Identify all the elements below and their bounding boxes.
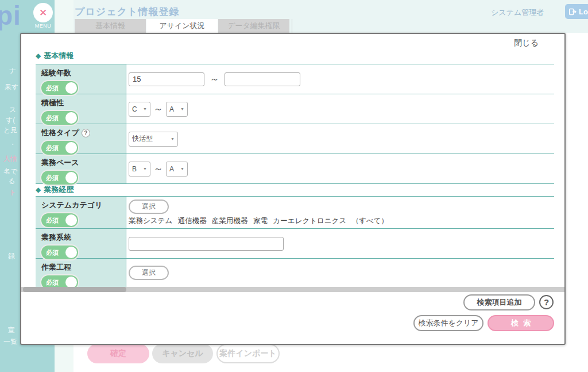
section-basic-label: 基本情報: [44, 51, 74, 61]
menu-label: MENU: [32, 23, 54, 29]
row-content-cell: C ▼ ～ A ▼: [126, 94, 554, 124]
user-role-label: システム管理者: [491, 7, 544, 18]
chevron-down-icon: ▼: [143, 107, 147, 111]
required-toggle[interactable]: 必須: [41, 141, 78, 155]
search-condition-modal: 閉じる ◆ 基本情報 経験年数 必須 ～ 積極性 必: [20, 33, 566, 345]
row-label: 積極性: [41, 98, 64, 108]
sidebar-text-fragment: 名で: [3, 167, 17, 177]
required-toggle[interactable]: 必須: [41, 81, 78, 95]
row-content-cell: 選択 業務システム 通信機器 産業用機器 家電 カーエレクトロニクス （すべて）: [126, 197, 554, 228]
import-button[interactable]: 案件インポート: [216, 344, 280, 363]
range-separator: ～: [210, 72, 219, 86]
range-separator: ～: [153, 162, 163, 175]
row-label-cell: 業務系統 必須: [36, 229, 126, 258]
help-icon[interactable]: ?: [82, 129, 90, 137]
sidebar-text-fragment: 人情: [3, 154, 17, 164]
system-category-select-button[interactable]: 選択: [129, 200, 169, 214]
chevron-down-icon: ▼: [180, 107, 184, 111]
confirm-button[interactable]: 確定: [87, 344, 149, 363]
toggle-knob: [65, 82, 77, 94]
chevron-down-icon: ▼: [143, 167, 147, 171]
close-icon: ✕: [39, 7, 47, 19]
toggle-knob: [65, 214, 77, 226]
personality-select[interactable]: 快活型 ▼: [129, 132, 178, 147]
work-pace-from-select[interactable]: B ▼: [129, 162, 150, 177]
sidebar-text-fragment: ト: [9, 187, 16, 197]
table-row-proactivity: 積極性 必須 C ▼ ～ A ▼: [36, 94, 554, 124]
menu-toggle-button[interactable]: ✕ MENU: [32, 3, 54, 29]
diamond-icon: ◆: [36, 52, 41, 60]
row-label: 業務ペース: [41, 158, 79, 168]
table-row-experience: 経験年数 必須 ～: [36, 64, 554, 94]
required-toggle[interactable]: 必須: [41, 213, 78, 227]
row-label: システムカテゴリ: [41, 200, 102, 210]
basic-info-table: 経験年数 必須 ～ 積極性 必須: [36, 64, 554, 184]
system-category-selected-values: 業務システム 通信機器 産業用機器 家電 カーエレクトロニクス （すべて）: [129, 216, 388, 226]
add-search-item-button[interactable]: 検索項目追加: [463, 294, 535, 310]
experience-from-input[interactable]: [129, 72, 204, 86]
app-logo: pi: [0, 0, 21, 31]
tab-data-edit-permission[interactable]: データ編集権限: [218, 19, 289, 33]
table-row-work-pace: 業務ペース 必須 B ▼ ～ A ▼: [36, 154, 554, 184]
page-title: プロジェクト情報登録: [75, 5, 179, 18]
search-button[interactable]: 検索: [488, 315, 554, 331]
row-content-cell: B ▼ ～ A ▼: [126, 154, 554, 184]
table-row-personality: 性格タイプ ? 必須 快活型 ▼: [36, 124, 554, 154]
work-process-select-button[interactable]: 選択: [129, 266, 169, 280]
row-label-cell: 性格タイプ ? 必須: [36, 124, 126, 154]
table-row-system-category: システムカテゴリ 必須 選択 業務システム 通信機器 産業用機器 家電 カーエレ…: [36, 197, 554, 229]
toggle-knob: [65, 112, 77, 124]
sidebar-text-fragment: 録: [8, 251, 15, 261]
row-label-cell: 業務ペース 必須: [36, 154, 126, 184]
table-row-business-line: 業務系統 必須: [36, 229, 554, 259]
range-separator: ～: [153, 102, 163, 116]
row-label: 性格タイプ: [41, 128, 79, 138]
logout-label: Logout: [579, 7, 588, 16]
career-table: システムカテゴリ 必須 選択 業務システム 通信機器 産業用機器 家電 カーエレ…: [36, 196, 554, 287]
row-label-cell: 作業工程 必須: [36, 259, 126, 287]
row-content-cell: [126, 229, 554, 258]
business-line-input[interactable]: [129, 237, 284, 251]
proactivity-from-select[interactable]: C ▼: [129, 102, 150, 117]
sidebar-text-fragment: ・: [9, 140, 16, 149]
sidebar-text-fragment: る: [8, 177, 15, 186]
section-career: ◆ 業務経歴: [36, 183, 554, 196]
row-label-cell: システムカテゴリ 必須: [36, 197, 126, 228]
proactivity-to-select[interactable]: A ▼: [166, 102, 188, 117]
horizontal-scrollbar[interactable]: [21, 287, 564, 292]
tab-divider: [292, 19, 292, 33]
work-pace-to-select[interactable]: A ▼: [166, 162, 188, 177]
help-icon[interactable]: ?: [539, 295, 554, 309]
required-toggle[interactable]: 必須: [41, 246, 78, 259]
chevron-down-icon: ▼: [180, 167, 184, 171]
toggle-knob: [65, 277, 77, 288]
sidebar-text-fragment: 宣: [8, 325, 15, 335]
row-label-cell: 経験年数 必須: [36, 64, 126, 94]
row-content-cell: 快活型 ▼: [126, 124, 554, 154]
logout-button[interactable]: Logout: [565, 4, 588, 19]
tab-basic-info[interactable]: 基本情報: [75, 19, 146, 33]
toggle-knob: [65, 172, 77, 183]
chevron-down-icon: ▼: [171, 137, 175, 141]
sidebar-text-fragment: ス: [9, 105, 16, 115]
sidebar-text-fragment: 果す: [5, 82, 18, 92]
logout-door-icon: [569, 7, 577, 16]
row-label: 経験年数: [41, 68, 71, 78]
scrollbar-thumb[interactable]: [23, 287, 126, 292]
section-basic-info: ◆ 基本情報: [36, 51, 74, 61]
sidebar-text-fragment: ナ: [9, 66, 16, 76]
toggle-knob: [65, 142, 77, 154]
row-label: 業務系統: [41, 232, 71, 243]
required-toggle[interactable]: 必須: [41, 171, 78, 185]
sidebar-text-fragment: す(: [6, 116, 15, 125]
section-career-label: 業務経歴: [44, 185, 74, 195]
row-label-cell: 積極性 必須: [36, 94, 126, 124]
clear-search-conditions-button[interactable]: 検索条件をクリア: [413, 315, 483, 331]
required-toggle[interactable]: 必須: [41, 111, 78, 125]
toggle-knob: [65, 247, 77, 258]
close-modal-link[interactable]: 閉じる: [514, 38, 539, 48]
tab-assign-status[interactable]: アサイン状況: [146, 19, 218, 33]
cancel-button[interactable]: キャンセル: [152, 344, 213, 363]
experience-to-input[interactable]: [225, 72, 300, 86]
tab-bar: 基本情報 アサイン状況 データ編集権限: [75, 19, 292, 33]
